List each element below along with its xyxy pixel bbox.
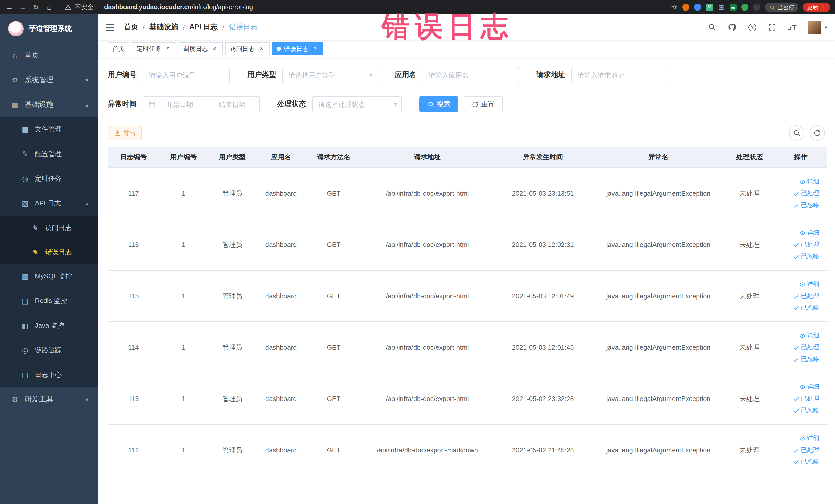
- close-icon[interactable]: ×: [211, 45, 218, 53]
- edit-icon: ✎: [21, 150, 30, 158]
- end-date-input[interactable]: [210, 100, 254, 108]
- sidebar-item-api-log[interactable]: ▧ API 日志 ▴: [0, 191, 98, 216]
- tab-home[interactable]: 首页: [108, 42, 129, 56]
- security-label: 不安全: [75, 3, 94, 12]
- user-type-select-input[interactable]: [283, 71, 377, 79]
- sidebar-item-config-management[interactable]: ✎ 配置管理: [0, 142, 98, 166]
- mark-ignored-link[interactable]: 已忽略: [793, 458, 819, 466]
- browser-home-button[interactable]: ⌂: [45, 4, 54, 11]
- user-id-input[interactable]: [143, 71, 229, 79]
- mark-processed-link[interactable]: 已处理: [793, 240, 819, 249]
- paused-badge[interactable]: ☺ 已暂停: [765, 3, 798, 12]
- detail-link[interactable]: 详细: [799, 383, 819, 391]
- sidebar-item-log-center[interactable]: ▤ 日志中心: [0, 363, 98, 387]
- mark-ignored-link[interactable]: 已忽略: [793, 252, 819, 261]
- search-button[interactable]: 搜索: [420, 96, 459, 113]
- avatar[interactable]: [808, 20, 821, 34]
- mark-processed-link[interactable]: 已处理: [793, 292, 819, 300]
- sidebar-item-file-management[interactable]: ▤ 文件管理: [0, 117, 98, 142]
- forward-button[interactable]: →: [19, 4, 27, 11]
- update-button[interactable]: 更新 ⋮: [803, 3, 830, 12]
- sidebar-item-redis-monitor[interactable]: ◫ Redis 监控: [0, 288, 98, 313]
- chevron-down-icon[interactable]: ▾: [824, 24, 827, 30]
- chevron-down-icon: ▾: [85, 77, 88, 83]
- toolbar-right: [789, 125, 825, 141]
- kebab-menu-icon[interactable]: ⋮: [820, 4, 826, 11]
- sidebar-item-system-management[interactable]: ⚙ 系统管理 ▾: [0, 68, 98, 93]
- detail-link[interactable]: 详细: [799, 434, 819, 443]
- sidebar-item-java-monitor[interactable]: ◧ Java 监控: [0, 313, 98, 338]
- extension-paw-icon[interactable]: [753, 4, 760, 11]
- cell-method: GET: [305, 322, 362, 373]
- url-path: /infra/log/api-error-log: [191, 4, 253, 11]
- detail-link-label: 详细: [807, 331, 819, 340]
- bookmark-star-icon[interactable]: ☆: [671, 3, 677, 11]
- process-status-select-input[interactable]: [313, 100, 402, 108]
- cell-app-name: dashboard: [257, 168, 305, 219]
- sidebar-item-dev-tools[interactable]: ⚙ 研发工具 ▾: [0, 387, 98, 412]
- reset-button[interactable]: 重置: [464, 96, 503, 113]
- extension-grid-icon[interactable]: ⊞: [717, 4, 725, 11]
- app-name-input[interactable]: [423, 71, 518, 79]
- chevron-up-icon: ▴: [85, 101, 88, 108]
- help-icon[interactable]: ?: [748, 23, 757, 32]
- process-status-select[interactable]: ▾: [312, 96, 402, 113]
- mark-processed-link[interactable]: 已处理: [793, 446, 819, 455]
- detail-link[interactable]: 详细: [799, 228, 819, 237]
- github-icon[interactable]: [728, 23, 737, 32]
- font-size-icon[interactable]: ⇄T: [788, 23, 797, 32]
- sidebar-item-infrastructure[interactable]: ▦ 基础设施 ▴: [0, 93, 98, 117]
- tab-error-log[interactable]: 错误日志 ×: [272, 42, 323, 56]
- breadcrumb-item[interactable]: 基础设施: [149, 23, 178, 32]
- hamburger-menu-icon[interactable]: [98, 24, 123, 31]
- reload-button[interactable]: ↻: [32, 4, 40, 11]
- mark-processed-link[interactable]: 已处理: [793, 395, 819, 403]
- tab-scheduled-tasks[interactable]: 定时任务 ×: [132, 42, 176, 56]
- breadcrumb-item[interactable]: 首页: [124, 23, 138, 32]
- user-type-select[interactable]: ▾: [282, 67, 377, 83]
- date-range-picker[interactable]: -: [143, 96, 260, 113]
- eye-icon: [799, 384, 806, 390]
- extension-icon[interactable]: [741, 4, 748, 11]
- address-bar[interactable]: 不安全 dashboard.yudao.iocoder.cn/infra/log…: [65, 3, 253, 12]
- close-icon[interactable]: ×: [258, 45, 265, 53]
- fullscreen-icon[interactable]: [768, 23, 777, 32]
- detail-link[interactable]: 详细: [799, 177, 819, 186]
- mark-ignored-link[interactable]: 已忽略: [793, 406, 819, 415]
- sidebar-item-mysql-monitor[interactable]: ▥ MySQL 监控: [0, 264, 98, 288]
- sidebar-item-error-log[interactable]: ✎ 错误日志: [0, 240, 98, 264]
- cell-user-id: 1: [159, 270, 208, 322]
- mark-ignored-link[interactable]: 已忽略: [793, 201, 819, 209]
- cell-method: GET: [305, 424, 362, 476]
- vue-devtools-icon[interactable]: V: [706, 4, 713, 11]
- mark-processed-link[interactable]: 已处理: [793, 343, 819, 352]
- back-button[interactable]: ←: [5, 4, 13, 11]
- tab-schedule-log[interactable]: 调度日志 ×: [179, 42, 223, 56]
- close-icon[interactable]: ×: [312, 45, 319, 53]
- extension-icon[interactable]: [682, 4, 689, 11]
- extension-icon[interactable]: [694, 4, 701, 11]
- request-url-input[interactable]: [572, 71, 666, 79]
- sidebar-item-home[interactable]: ⌂ 首页: [0, 43, 98, 68]
- detail-link[interactable]: 详细: [799, 331, 819, 340]
- mark-processed-label: 已处理: [801, 343, 819, 352]
- sidebar-item-trace[interactable]: ◎ 链路追踪: [0, 338, 98, 363]
- tab-access-log[interactable]: 访问日志 ×: [225, 42, 269, 56]
- breadcrumb-item[interactable]: API 日志: [189, 23, 218, 32]
- sidebar-item-scheduled-tasks[interactable]: ◷ 定时任务: [0, 166, 98, 191]
- mark-ignored-link[interactable]: 已忽略: [793, 355, 819, 364]
- close-icon[interactable]: ×: [164, 45, 171, 53]
- search-toggle-button[interactable]: [789, 125, 805, 141]
- sidebar-item-access-log[interactable]: ✎ 访问日志: [0, 216, 98, 240]
- start-date-input[interactable]: [158, 100, 202, 108]
- detail-link[interactable]: 详细: [799, 280, 819, 288]
- export-button[interactable]: 导出: [108, 126, 142, 140]
- cell-actions: 详细 已处理 已忽略: [775, 322, 827, 373]
- mark-processed-link[interactable]: 已处理: [793, 189, 819, 198]
- search-icon[interactable]: [708, 23, 717, 32]
- tab-label: 调度日志: [183, 44, 208, 53]
- mark-ignored-link[interactable]: 已忽略: [793, 303, 819, 312]
- refresh-button[interactable]: [810, 125, 825, 141]
- extension-on-icon[interactable]: on: [729, 4, 736, 11]
- cell-exception: java.lang.IllegalArgumentException: [593, 219, 724, 270]
